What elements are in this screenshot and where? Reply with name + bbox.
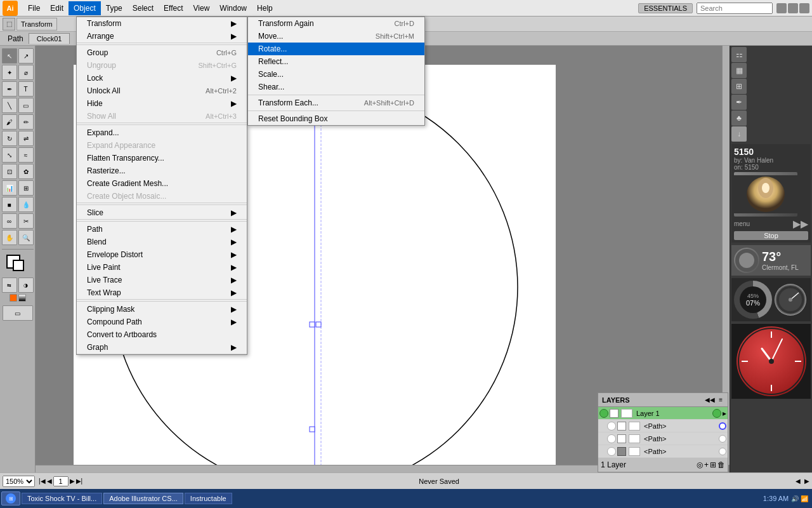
menu-transform[interactable]: Transform ▶ xyxy=(77,17,247,30)
minimize-button[interactable] xyxy=(776,3,787,13)
magic-wand-tool[interactable]: ✦ xyxy=(2,65,17,80)
menu-clipping-mask[interactable]: Clipping Mask ▶ xyxy=(77,303,247,316)
menu-edit[interactable]: Edit xyxy=(45,1,69,15)
menu-view[interactable]: View xyxy=(188,1,215,15)
stroke-color[interactable] xyxy=(13,260,24,271)
menu-select[interactable]: Select xyxy=(128,1,159,15)
reset-bounding-box[interactable]: Reset Bounding Box xyxy=(248,112,424,125)
transform-scale[interactable]: Scale... xyxy=(248,68,424,81)
menu-object[interactable]: Object xyxy=(69,1,101,15)
menu-lock[interactable]: Lock ▶ xyxy=(77,72,247,84)
gradient-tool[interactable]: ■ xyxy=(2,197,17,212)
maximize-button[interactable] xyxy=(788,3,798,13)
transform-move[interactable]: Move... Shift+Ctrl+M xyxy=(248,30,424,43)
scroll-left-button[interactable]: ◀ xyxy=(796,478,801,485)
lasso-tool[interactable]: ⌀ xyxy=(18,65,34,80)
next-page-button[interactable]: ▶ xyxy=(70,478,75,485)
transform-shear[interactable]: Shear... xyxy=(248,81,424,93)
pen-tool[interactable]: ✒ xyxy=(2,81,17,97)
menu-hide[interactable]: Hide ▶ xyxy=(77,97,247,110)
menu-effect[interactable]: Effect xyxy=(159,1,188,15)
taskbar-app-3[interactable]: Instructable xyxy=(185,493,232,504)
menu-slice[interactable]: Slice ▶ xyxy=(77,206,247,219)
menu-type[interactable]: Type xyxy=(101,1,128,15)
panel-icon-5[interactable]: ♣ xyxy=(731,110,747,126)
menu-rasterize[interactable]: Rasterize... xyxy=(77,164,247,177)
vh-forward-button[interactable]: ▶▶ xyxy=(793,218,808,230)
scale-tool[interactable]: ⤡ xyxy=(2,147,17,163)
path-lock-3[interactable] xyxy=(617,447,626,456)
color-mode[interactable] xyxy=(10,294,17,302)
free-transform-tool[interactable]: ⊡ xyxy=(2,164,17,179)
path-lock-1[interactable] xyxy=(617,422,626,431)
gradient-mode[interactable] xyxy=(18,294,26,302)
transform-rotate[interactable]: Rotate... xyxy=(248,43,424,55)
transform-button[interactable]: ⬚ xyxy=(3,18,15,30)
page-input[interactable] xyxy=(53,476,69,486)
menu-graph[interactable]: Graph ▶ xyxy=(77,341,247,354)
path-visibility-1[interactable] xyxy=(607,422,616,431)
menu-compound-path[interactable]: Compound Path ▶ xyxy=(77,316,247,328)
taskbar-app-2[interactable]: Adobe Illustrator CS... xyxy=(103,493,183,504)
path-target-1[interactable] xyxy=(719,422,726,430)
panel-icon-arrow[interactable]: ↓ xyxy=(731,126,747,142)
swap-colors[interactable]: ⇆ xyxy=(2,277,17,293)
paintbrush-tool[interactable]: 🖌 xyxy=(2,114,17,130)
transform-reflect[interactable]: Reflect... xyxy=(248,55,424,68)
layers-menu-button[interactable]: ≡ xyxy=(717,396,724,403)
hand-tool[interactable]: ✋ xyxy=(2,230,17,245)
pencil-tool[interactable]: ✏ xyxy=(18,114,34,130)
panel-icon-4[interactable]: ✒ xyxy=(731,95,747,110)
mesh-tool[interactable]: ⊞ xyxy=(18,180,34,196)
menu-flatten-transparency[interactable]: Flatten Transparency... xyxy=(77,152,247,164)
layer-locate-button[interactable]: ◎ xyxy=(697,460,703,469)
menu-window[interactable]: Window xyxy=(214,1,252,15)
blend-tool[interactable]: ∞ xyxy=(2,213,17,229)
path-visibility-2[interactable] xyxy=(607,434,616,443)
layer-expand-1[interactable]: ▸ xyxy=(723,409,726,418)
menu-envelope-distort[interactable]: Envelope Distort ▶ xyxy=(77,248,247,261)
close-button[interactable] xyxy=(799,3,809,13)
menu-create-gradient-mesh[interactable]: Create Gradient Mesh... xyxy=(77,177,247,190)
menu-file[interactable]: File xyxy=(23,1,45,15)
zoom-tool[interactable]: 🔍 xyxy=(18,230,34,245)
transform-each[interactable]: Transform Each... Alt+Shift+Ctrl+D xyxy=(248,97,424,109)
scissors-tool[interactable]: ✂ xyxy=(18,213,34,229)
essentials-button[interactable]: ESSENTIALS xyxy=(638,3,693,13)
type-tool[interactable]: T xyxy=(18,81,34,97)
taskbar-app-1[interactable]: Toxic Shock TV - Bill... xyxy=(22,493,102,504)
menu-unlock-all[interactable]: Unlock All Alt+Ctrl+2 xyxy=(77,84,247,97)
rect-tool[interactable]: ▭ xyxy=(18,98,34,113)
reflect-tool[interactable]: ⇌ xyxy=(18,131,34,146)
prev-page-button[interactable]: ◀ xyxy=(47,478,52,485)
start-button[interactable]: ⊞ xyxy=(1,491,20,505)
layer-delete-button[interactable]: 🗑 xyxy=(717,460,725,469)
layer-target-1[interactable] xyxy=(712,409,721,418)
scroll-right-button[interactable]: ▶ xyxy=(804,478,809,485)
direct-selection-tool[interactable]: ↗ xyxy=(18,48,34,64)
layer-visibility-1[interactable] xyxy=(599,409,608,418)
selection-tool[interactable]: ↖ xyxy=(2,48,17,64)
warp-tool[interactable]: ≈ xyxy=(18,147,34,163)
layer-add-button[interactable]: + xyxy=(704,460,709,469)
transform-again[interactable]: Transform Again Ctrl+D xyxy=(248,17,424,30)
layer-lock-1[interactable] xyxy=(610,409,619,418)
zoom-select[interactable]: 150% 100% 75% 50% xyxy=(3,476,35,487)
last-page-button[interactable]: ▶| xyxy=(76,478,83,485)
layers-collapse-button[interactable]: ◀◀ xyxy=(704,396,716,403)
vh-menu-button[interactable]: menu xyxy=(734,220,750,227)
menu-live-paint[interactable]: Live Paint ▶ xyxy=(77,261,247,274)
first-page-button[interactable]: |◀ xyxy=(39,478,46,485)
rotate-tool[interactable]: ↻ xyxy=(2,131,17,146)
path-target-2[interactable] xyxy=(719,435,726,443)
default-colors[interactable]: ◑ xyxy=(18,277,34,293)
layer-arrange-button[interactable]: ⊞ xyxy=(710,460,716,469)
path-lock-2[interactable] xyxy=(617,434,626,443)
menu-path[interactable]: Path ▶ xyxy=(77,223,247,236)
menu-group[interactable]: Group Ctrl+G xyxy=(77,46,247,59)
column-graph-tool[interactable]: 📊 xyxy=(2,180,17,196)
menu-text-wrap[interactable]: Text Wrap ▶ xyxy=(77,286,247,299)
symbol-sprayer-tool[interactable]: ✿ xyxy=(18,164,34,179)
panel-icon-2[interactable]: ▦ xyxy=(731,63,747,78)
panel-icon-3[interactable]: ⊞ xyxy=(731,79,747,94)
